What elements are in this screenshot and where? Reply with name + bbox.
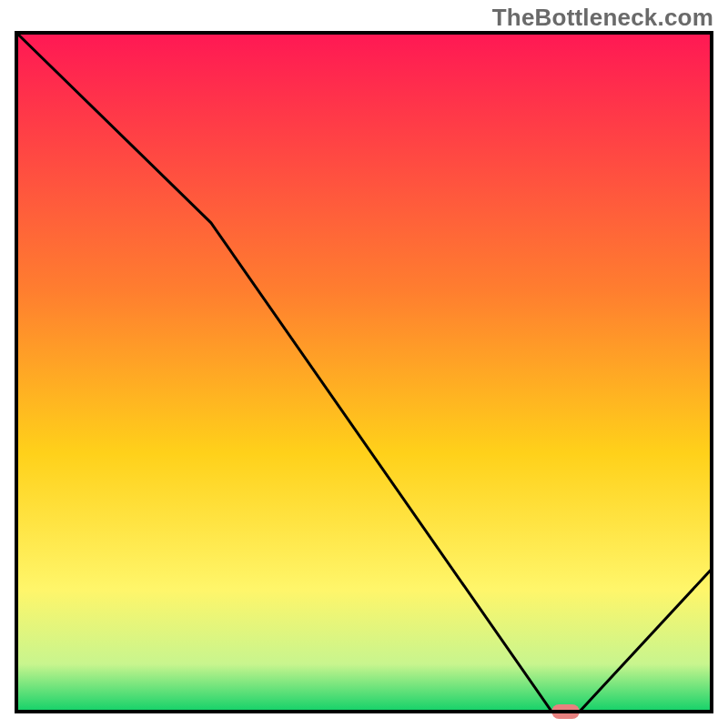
watermark-text: TheBottleneck.com [492, 4, 713, 32]
bottleneck-chart: TheBottleneck.com [0, 0, 728, 728]
chart-svg [0, 0, 728, 728]
plot-area [16, 33, 712, 719]
